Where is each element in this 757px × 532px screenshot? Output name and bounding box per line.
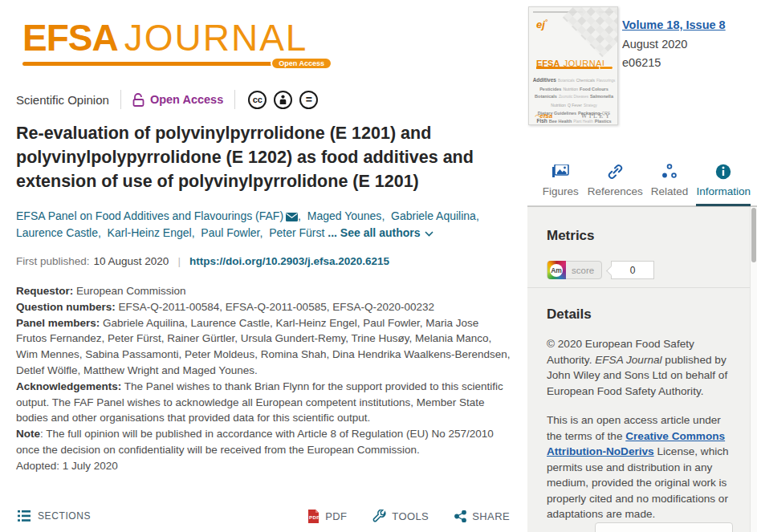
pdf-button[interactable]: PDF PDF <box>307 510 347 523</box>
tab-figures[interactable]: Figures <box>534 156 588 205</box>
figures-icon <box>551 164 569 180</box>
divider: | <box>177 255 181 267</box>
author-group[interactable]: EFSA Panel on Food Additives and Flavour… <box>16 209 283 222</box>
author-name[interactable]: , Karl-Heinz Engel <box>98 226 192 239</box>
article-type-row: Scientific Opinion Open Access cc = <box>16 90 527 109</box>
author-name[interactable]: , Paul Fowler <box>192 226 260 239</box>
article-meta: Requestor: European Commission Question … <box>16 283 512 474</box>
email-icon[interactable] <box>286 213 298 221</box>
link-icon <box>607 164 624 180</box>
right-sidebar: ej EFSA JOURNAL AdditivesBotanicalsChemi… <box>527 0 757 532</box>
altmetric-badge[interactable]: Am score 0 <box>547 261 738 279</box>
efsa-journal-logo: EFSAJOURNAL Open Access <box>22 16 329 66</box>
wordcloud-word: Botanicals <box>558 79 575 84</box>
ej-logo: ej <box>536 18 547 30</box>
altmetric-score-label: score <box>572 266 594 275</box>
issue-date: August 2020 <box>622 38 726 51</box>
metrics-heading: Metrics <box>547 228 738 244</box>
wordcloud-word: Flavourings <box>596 79 615 84</box>
scrollbar-thumb[interactable] <box>751 208 756 262</box>
main-content: EFSAJOURNAL Open Access Scientific Opini… <box>0 0 527 532</box>
svg-text:PDF: PDF <box>309 515 319 520</box>
tools-button[interactable]: TOOLS <box>372 510 429 523</box>
note-row: Note: The full opinion will be published… <box>16 426 512 458</box>
note-value: : The full opinion will be published in … <box>16 428 494 456</box>
tab-references[interactable]: References <box>588 156 643 205</box>
pdf-icon: PDF <box>307 510 319 523</box>
doi-link[interactable]: https://doi.org/10.2903/j.efsa.2020.6215 <box>189 255 389 267</box>
first-published-label: First published: <box>16 255 90 267</box>
open-lock-icon <box>132 93 144 107</box>
logo-efsa-text: EFSA <box>22 17 118 59</box>
panel-members-label: Panel members: <box>16 317 100 329</box>
cc-license-icon[interactable]: cc <box>248 91 267 109</box>
requestor-label: Requestor: <box>16 285 73 297</box>
note-label: Note <box>16 428 40 440</box>
issue-info: Volume 18, Issue 8 August 2020 e06215 <box>622 18 726 69</box>
pdf-label: PDF <box>325 510 347 522</box>
publication-row: First published: 10 August 2020 | https:… <box>16 255 511 267</box>
share-button[interactable]: SHARE <box>454 510 510 522</box>
question-numbers-label: Question numbers: <box>16 301 116 313</box>
cc-by-icon[interactable] <box>274 91 292 109</box>
acknowledgements-row: Acknowledgements: The Panel wishes to th… <box>16 379 512 426</box>
network-dots-icon <box>661 164 678 180</box>
copyright-paragraph: © 2020 European Food Safety Authority. E… <box>547 336 738 399</box>
wordcloud-word: Q Fever <box>568 103 582 108</box>
requestor-value: European Commission <box>73 285 185 297</box>
wordcloud-word: Nutrition <box>563 87 578 92</box>
partial-widget-box <box>595 522 733 532</box>
authors-line: EFSA Panel on Food Additives and Flavour… <box>16 208 510 242</box>
license-icons: cc = <box>248 91 318 109</box>
altmetric-score-value: 0 <box>611 261 654 279</box>
details-heading: Details <box>547 307 738 323</box>
author-name[interactable]: , Maged Younes <box>298 209 381 222</box>
chevron-down-icon[interactable] <box>425 231 433 237</box>
license-paragraph: This is an open access article under the… <box>547 412 738 522</box>
tools-label: TOOLS <box>392 510 429 522</box>
wordcloud-word: Additives <box>533 78 556 83</box>
article-action-bar: SECTIONS PDF PDF TOOLS <box>0 500 527 532</box>
logo-underline: Open Access <box>22 62 329 66</box>
share-label: SHARE <box>472 510 510 522</box>
volume-issue-link[interactable]: Volume 18, Issue 8 <box>622 18 726 31</box>
article-title: Re-evaluation of polyvinylpyrrolidone (E… <box>16 121 507 193</box>
panel-members-row: Panel members: Gabriele Aquilina, Lauren… <box>16 315 512 379</box>
journal-cover-thumbnail[interactable]: ej EFSA JOURNAL AdditivesBotanicalsChemi… <box>528 6 618 125</box>
question-numbers-value: EFSA-Q-2011-00584, EFSA-Q-2011-00585, EF… <box>116 301 434 313</box>
divider <box>234 90 235 109</box>
wordcloud-word: Botanicals <box>535 94 557 99</box>
information-panel: Metrics Am score 0 Details © 2020 Europe… <box>527 206 757 532</box>
efsa-logo: efsa <box>535 112 552 120</box>
wordcloud-word: Zoonotic Diseases <box>559 95 588 100</box>
wordcloud-word: Nutrition <box>551 103 566 108</box>
requestor-row: Requestor: European Commission <box>16 283 512 299</box>
wordcloud-word: Pesticides <box>539 87 561 92</box>
share-icon <box>454 510 466 522</box>
see-all-authors-button[interactable]: ... See all authors <box>328 226 420 239</box>
author-name[interactable]: , Gabriele Aquilina <box>381 209 476 222</box>
wiley-article-page: EFSAJOURNAL Open Access Scientific Opini… <box>0 0 757 532</box>
author-name[interactable]: , Peter Fürst <box>260 226 328 239</box>
tab-related[interactable]: Related <box>643 156 697 205</box>
info-icon <box>715 164 731 180</box>
cover-diamond-pattern <box>563 6 618 57</box>
sidebar-tabs: Figures References Related Information <box>527 156 757 206</box>
tab-information[interactable]: Information <box>696 156 751 205</box>
panel-scrollbar[interactable] <box>750 207 757 532</box>
adopted-row: Adopted: 1 July 2020 <box>16 458 512 474</box>
article-number: e06215 <box>622 56 726 69</box>
question-numbers-row: Question numbers: EFSA-Q-2011-00584, EFS… <box>16 299 512 315</box>
sections-label: SECTIONS <box>38 510 91 522</box>
sections-button[interactable]: SECTIONS <box>18 510 91 522</box>
divider <box>120 90 121 109</box>
open-access-indicator: Open Access <box>132 93 223 107</box>
wrench-icon <box>372 510 386 523</box>
divider <box>527 287 757 288</box>
first-published-date: 10 August 2020 <box>94 255 169 267</box>
sections-list-icon <box>18 510 31 522</box>
wordcloud-word: Strategy <box>584 104 597 109</box>
wordcloud-word: Food Colours <box>580 87 608 92</box>
cc-nd-icon[interactable]: = <box>299 91 318 109</box>
wordcloud-word: Chemicals <box>576 78 595 83</box>
